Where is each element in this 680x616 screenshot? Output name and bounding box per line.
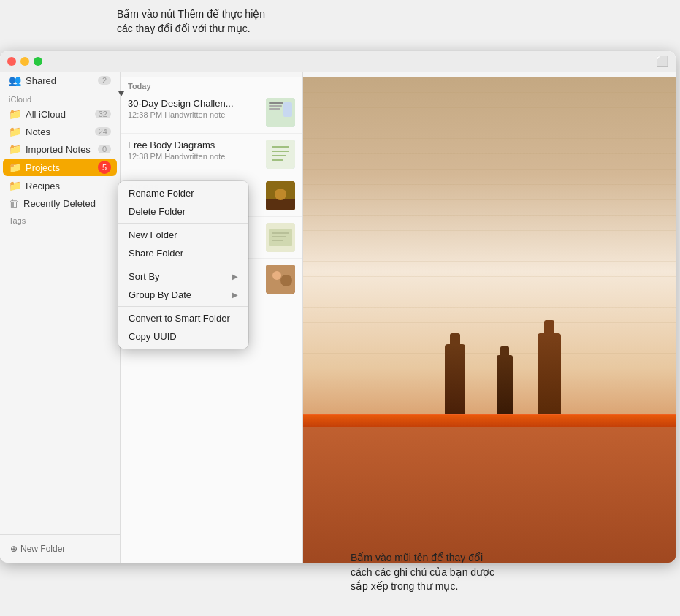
recipes-folder-icon: 📁 <box>9 180 21 191</box>
sidebar-item-shared[interactable]: 👥 Shared 2 <box>3 72 117 88</box>
sidebar-item-all-icloud[interactable]: 📁 All iCloud 32 <box>3 106 117 122</box>
svg-point-12 <box>275 189 286 200</box>
titlebar: ⬜ <box>0 51 676 72</box>
note-content-1: 30-Day Design Challen... 12:38 PM Handwr… <box>128 98 260 119</box>
projects-folder-icon: 📁 <box>9 161 21 173</box>
main-content: ✏ Aa ☰ ⊞ 🎤 🖼 ▾ 👥 🔒 ▾ ⬆ 🔍 <box>303 51 676 563</box>
recipes-label: Recipes <box>26 180 60 191</box>
note-thumb-1 <box>266 98 295 127</box>
menu-sort-by[interactable]: Sort By ▶ <box>118 267 248 286</box>
sidebar: 👥 Shared 2 iCloud 📁 All iCloud 32 📁 Note… <box>0 51 121 563</box>
imported-label: Imported Notes <box>26 144 91 155</box>
sidebar-item-projects[interactable]: 📁 Projects 5 <box>3 159 117 176</box>
svg-rect-1 <box>269 102 283 104</box>
note-meta-2: 12:38 PM Handwritten note <box>128 152 260 161</box>
all-icloud-folder-icon: 📁 <box>9 108 21 120</box>
note-thumb-2 <box>266 140 295 169</box>
rename-folder-label: Rename Folder <box>129 188 194 199</box>
bottle-1 <box>445 344 465 414</box>
note-content-2: Free Body Diagrams 12:38 PM Handwritten … <box>128 140 260 161</box>
annotation-bottom-text: Bấm vào mũi tên để thay đổi cách các ghi… <box>351 552 494 592</box>
new-folder-label: New Folder <box>20 544 65 554</box>
all-icloud-count: 32 <box>95 110 111 118</box>
floor-area <box>303 427 676 563</box>
share-folder-label: Share Folder <box>129 248 183 259</box>
copy-uuid-label: Copy UUID <box>129 331 177 342</box>
menu-copy-uuid[interactable]: Copy UUID <box>118 327 248 346</box>
sidebar-toggle-icon[interactable]: ⬜ <box>656 56 668 67</box>
notes-count: 24 <box>95 127 111 136</box>
menu-new-folder[interactable]: New Folder <box>118 226 248 244</box>
note-meta-1: 12:38 PM Handwritten note <box>128 110 260 119</box>
convert-smart-label: Convert to Smart Folder <box>129 313 230 324</box>
note-title-2: Free Body Diagrams <box>128 140 260 151</box>
menu-separator-3 <box>118 306 248 307</box>
context-menu: Rename Folder Delete Folder New Folder S… <box>118 181 248 349</box>
svg-rect-11 <box>266 199 295 210</box>
projects-count: 5 <box>98 161 111 174</box>
svg-point-20 <box>280 275 292 286</box>
annotation-top-text: Bấm vào nút Thêm để thực hiện các thay đ… <box>117 8 265 34</box>
note-item-2[interactable]: Free Body Diagrams 12:38 PM Handwritten … <box>121 134 302 175</box>
svg-rect-5 <box>266 140 295 169</box>
all-icloud-label: All iCloud <box>26 109 66 120</box>
sidebar-item-imported[interactable]: 📁 Imported Notes 0 <box>3 141 117 157</box>
trash-icon: 🗑 <box>9 197 19 209</box>
shared-count: 2 <box>98 76 111 85</box>
imported-count: 0 <box>98 145 111 153</box>
projects-label: Projects <box>26 162 60 173</box>
tags-section: Tags <box>0 212 120 228</box>
svg-rect-3 <box>269 108 280 110</box>
wall-texture <box>303 77 676 368</box>
notes-folder-icon: 📁 <box>9 126 21 137</box>
new-folder-menu-label: New Folder <box>129 229 177 240</box>
plus-icon: ⊕ <box>10 544 18 554</box>
tags-label: Tags <box>9 216 111 225</box>
menu-separator-1 <box>118 223 248 224</box>
sidebar-shared-label: Shared <box>26 75 56 86</box>
recently-deleted-label: Recently Deleted <box>23 198 96 209</box>
note-thumb-5 <box>266 265 295 294</box>
imported-folder-icon: 📁 <box>9 143 21 155</box>
note-title-1: 30-Day Design Challen... <box>128 98 260 109</box>
note-thumb-3 <box>266 181 295 210</box>
notes-label: Notes <box>26 126 50 137</box>
sidebar-item-notes[interactable]: 📁 Notes 24 <box>3 123 117 140</box>
sidebar-item-recently-deleted[interactable]: 🗑 Recently Deleted <box>3 195 117 211</box>
svg-rect-14 <box>269 229 292 246</box>
sidebar-bottom: ⊕ New Folder <box>0 534 120 563</box>
traffic-maximize[interactable] <box>34 57 42 66</box>
traffic-minimize[interactable] <box>20 57 29 66</box>
group-by-date-arrow: ▶ <box>232 291 238 299</box>
annotation-top: Bấm vào nút Thêm để thực hiện các thay đ… <box>117 7 336 36</box>
new-folder-button[interactable]: ⊕ New Folder <box>6 541 114 557</box>
menu-separator-2 <box>118 265 248 265</box>
annotation-bottom: Bấm vào mũi tên để thay đổi cách các ghi… <box>351 551 599 594</box>
annotation-line-top <box>121 45 121 96</box>
svg-point-19 <box>272 271 281 280</box>
menu-rename-folder[interactable]: Rename Folder <box>118 184 248 202</box>
svg-rect-4 <box>283 102 292 117</box>
main-window: 👥 Shared 2 iCloud 📁 All iCloud 32 📁 Note… <box>0 51 676 563</box>
sidebar-item-recipes[interactable]: 📁 Recipes <box>3 178 117 194</box>
menu-delete-folder[interactable]: Delete Folder <box>118 202 248 221</box>
menu-share-folder[interactable]: Share Folder <box>118 244 248 262</box>
menu-group-by-date[interactable]: Group By Date ▶ <box>118 286 248 304</box>
note-item-1[interactable]: 30-Day Design Challen... 12:38 PM Handwr… <box>121 92 302 134</box>
delete-folder-label: Delete Folder <box>129 206 186 217</box>
svg-rect-2 <box>269 105 282 107</box>
note-date-header: Today <box>121 77 302 92</box>
icloud-section-label: iCloud <box>0 89 120 105</box>
sort-by-label: Sort By <box>129 271 160 282</box>
bottle-3 <box>538 333 561 414</box>
group-by-date-label: Group By Date <box>129 289 191 300</box>
note-image-area <box>303 77 676 563</box>
note-thumb-4 <box>266 223 295 252</box>
menu-convert-smart[interactable]: Convert to Smart Folder <box>118 309 248 327</box>
traffic-close[interactable] <box>7 57 16 66</box>
shelf <box>303 414 676 427</box>
shared-icon: 👥 <box>9 75 21 86</box>
bottles-scene <box>303 77 676 563</box>
bottle-2 <box>497 355 513 414</box>
sort-by-arrow: ▶ <box>232 273 238 281</box>
